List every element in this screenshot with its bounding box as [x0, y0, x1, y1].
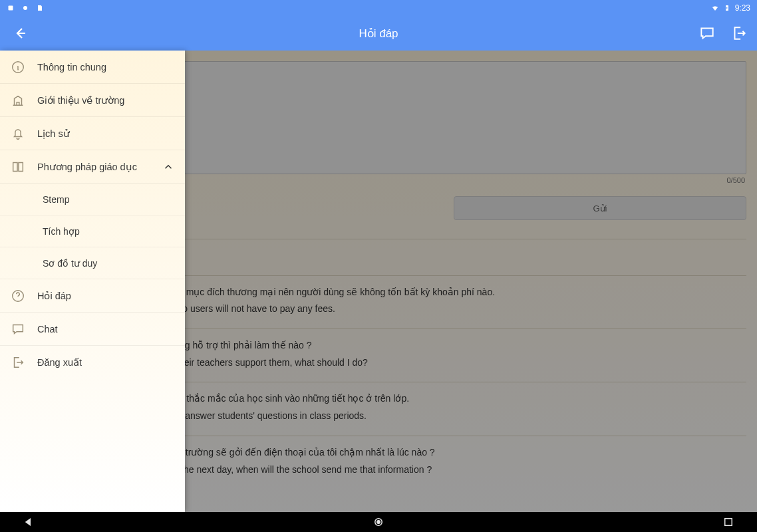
- drawer-subitem-tichhop[interactable]: Tích hợp: [0, 215, 185, 247]
- drawer-item-info[interactable]: Thông tin chung: [0, 51, 185, 84]
- drawer-item-about[interactable]: Giới thiệu về trường: [0, 84, 185, 117]
- drawer-subitem-stemp[interactable]: Stemp: [0, 184, 185, 215]
- drawer-item-label: Đăng xuất: [37, 357, 82, 368]
- back-button[interactable]: [12, 25, 28, 41]
- notification-icon: [7, 4, 15, 12]
- drawer-item-label: Thông tin chung: [37, 62, 106, 72]
- bell-icon: [11, 126, 25, 141]
- drawer-item-label: Stemp: [43, 194, 69, 205]
- drawer-subitem-mindmap[interactable]: Sơ đồ tư duy: [0, 247, 185, 279]
- drawer-item-label: Sơ đồ tư duy: [43, 258, 97, 269]
- drawer-item-label: Phương pháp giáo dục: [37, 162, 137, 172]
- book-icon: [11, 160, 25, 174]
- drawer-item-label: Giới thiệu về trường: [37, 95, 124, 106]
- svg-rect-0: [9, 6, 13, 11]
- drawer-item-chat[interactable]: Chat: [0, 313, 185, 346]
- building-icon: [11, 93, 25, 108]
- drawer-item-method[interactable]: Phương pháp giáo dục: [0, 150, 185, 184]
- drawer-item-qa[interactable]: Hỏi đáp: [0, 279, 185, 313]
- navigation-drawer: Thông tin chung Giới thiệu về trường Lịc…: [0, 51, 185, 512]
- android-nav-bar: [0, 512, 757, 532]
- svg-point-6: [377, 521, 380, 524]
- status-time: 9:23: [735, 3, 750, 13]
- app-bar: Hỏi đáp: [0, 16, 757, 51]
- help-icon: [11, 289, 25, 303]
- chat-icon[interactable]: [698, 25, 716, 42]
- settings-dot-icon: [21, 4, 29, 12]
- info-icon: [11, 60, 25, 74]
- drawer-item-history[interactable]: Lịch sử: [0, 117, 185, 150]
- svg-point-1: [23, 6, 27, 10]
- wifi-icon: [711, 4, 719, 12]
- page-title: Hỏi đáp: [0, 27, 757, 41]
- logout-icon[interactable]: [730, 25, 748, 42]
- battery-charging-icon: [723, 4, 731, 12]
- chevron-up-icon: [162, 161, 174, 173]
- logout-icon: [11, 355, 25, 370]
- nav-recents-button[interactable]: [722, 516, 734, 528]
- nav-back-button[interactable]: [23, 516, 35, 528]
- nav-home-button[interactable]: [373, 516, 384, 528]
- svg-rect-7: [725, 519, 732, 526]
- drawer-item-logout[interactable]: Đăng xuất: [0, 346, 185, 379]
- sd-card-icon: [36, 4, 44, 12]
- drawer-item-label: Tích hợp: [43, 226, 80, 237]
- android-status-bar: 9:23: [0, 0, 757, 16]
- drawer-item-label: Lịch sử: [37, 128, 70, 139]
- drawer-item-label: Hỏi đáp: [37, 291, 71, 301]
- drawer-item-label: Chat: [37, 324, 58, 334]
- chat-icon: [11, 322, 25, 336]
